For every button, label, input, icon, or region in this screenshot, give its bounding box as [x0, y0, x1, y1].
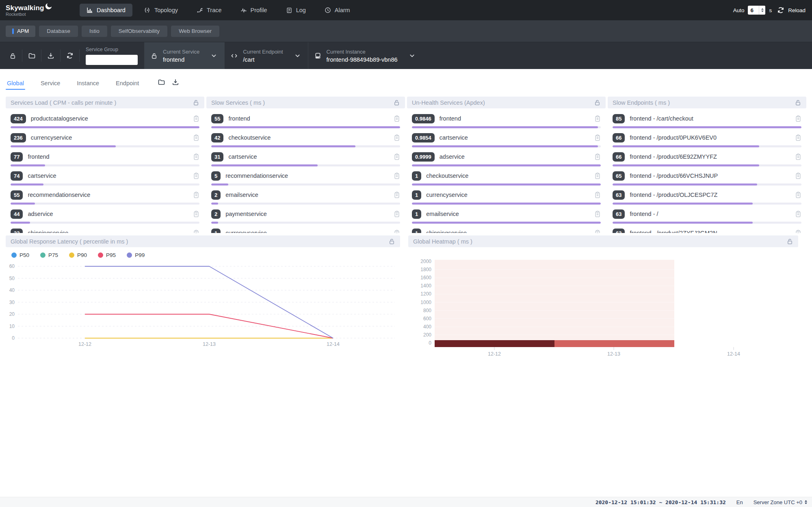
lock-icon[interactable] — [193, 99, 199, 106]
group-tab-web-browser[interactable]: Web Browser — [171, 26, 219, 37]
lock-icon[interactable] — [795, 99, 801, 106]
group-tab-selfobservability[interactable]: SelfObservability — [111, 26, 167, 37]
clipboard-icon[interactable] — [594, 172, 601, 179]
service-group-input[interactable] — [86, 55, 138, 65]
clipboard-icon[interactable] — [594, 115, 601, 122]
lock-icon[interactable] — [786, 238, 793, 245]
group-tab-apm[interactable]: APM — [6, 26, 35, 37]
clipboard-icon[interactable] — [193, 134, 199, 141]
tab-global[interactable]: Global — [6, 73, 25, 91]
service-name[interactable]: adservice — [28, 211, 53, 217]
clipboard-icon[interactable] — [394, 134, 400, 141]
service-name[interactable]: emailservice — [225, 192, 258, 198]
selector-current-endpoint[interactable]: Current Endpoint/cart — [224, 42, 307, 69]
clipboard-icon[interactable] — [795, 153, 801, 160]
clipboard-icon[interactable] — [394, 210, 400, 218]
auto-interval-input[interactable]: 6 — [748, 6, 765, 15]
service-name[interactable]: shippingservice — [28, 230, 68, 233]
legend-item-p99[interactable]: P99 — [127, 252, 145, 258]
clipboard-icon[interactable] — [394, 229, 400, 233]
language-selector[interactable]: En — [736, 499, 743, 505]
time-range-picker[interactable]: 2020-12-12 15:01:32 ~ 2020-12-14 15:31:3… — [595, 499, 726, 505]
clipboard-icon[interactable] — [594, 210, 601, 218]
skywalking-logo[interactable]: Skywalking Rocketbot — [6, 4, 65, 17]
toolbar-lock-icon[interactable] — [3, 50, 22, 62]
service-name[interactable]: currencyservice — [225, 230, 267, 233]
clipboard-icon[interactable] — [193, 153, 199, 160]
service-name[interactable]: cartservice — [440, 134, 468, 141]
reload-icon[interactable] — [777, 6, 784, 14]
lock-icon[interactable] — [388, 238, 395, 245]
clipboard-icon[interactable] — [193, 172, 199, 179]
service-name[interactable]: recommendationservice — [28, 192, 90, 198]
auto-interval-stepper[interactable] — [759, 6, 765, 15]
nav-item-alarm[interactable]: Alarm — [318, 4, 357, 17]
download-icon[interactable] — [172, 78, 179, 86]
clipboard-icon[interactable] — [394, 115, 400, 122]
service-name[interactable]: shippingservice — [426, 230, 467, 233]
service-name[interactable]: frontend - / — [630, 211, 658, 217]
service-name[interactable]: frontend — [28, 153, 49, 160]
clipboard-icon[interactable] — [795, 191, 801, 198]
legend-item-p90[interactable]: P90 — [69, 252, 87, 258]
clipboard-icon[interactable] — [394, 153, 400, 160]
clipboard-icon[interactable] — [795, 229, 801, 233]
clipboard-icon[interactable] — [795, 210, 801, 218]
service-name[interactable]: frontend — [440, 115, 461, 122]
legend-item-p75[interactable]: P75 — [40, 252, 58, 258]
service-name[interactable]: cartservice — [28, 173, 56, 179]
nav-item-profile[interactable]: Profile — [234, 4, 274, 17]
service-name[interactable]: emailservice — [426, 211, 459, 217]
service-name[interactable]: checkoutservice — [426, 173, 468, 179]
service-name[interactable]: recommendationservice — [225, 173, 288, 179]
service-name[interactable]: frontend - /product/6E92ZMYYFZ — [630, 153, 717, 160]
clipboard-icon[interactable] — [394, 191, 400, 198]
service-name[interactable]: frontend — [228, 115, 250, 122]
nav-item-log[interactable]: Log — [279, 4, 313, 17]
service-name[interactable]: frontend - /product/2ZYFJ3GM2N — [630, 230, 717, 233]
nav-item-dashboard[interactable]: Dashboard — [80, 4, 132, 17]
service-name[interactable]: productcatalogservice — [31, 115, 88, 122]
service-name[interactable]: checkoutservice — [228, 134, 271, 141]
clipboard-icon[interactable] — [193, 191, 199, 198]
service-name[interactable]: currencyservice — [31, 134, 72, 141]
clipboard-icon[interactable] — [795, 134, 801, 141]
service-name[interactable]: cartservice — [228, 153, 257, 160]
service-name[interactable]: frontend - /product/OLJCESPC7Z — [630, 192, 717, 198]
nav-item-trace[interactable]: Trace — [190, 4, 229, 17]
legend-item-p95[interactable]: P95 — [98, 252, 116, 258]
service-name[interactable]: frontend - /product/66VCHSJNUP — [630, 173, 718, 179]
clipboard-icon[interactable] — [193, 115, 199, 122]
toolbar-refresh-icon[interactable] — [61, 50, 80, 62]
clipboard-icon[interactable] — [594, 229, 601, 233]
clipboard-icon[interactable] — [594, 191, 601, 198]
reload-button[interactable]: Reload — [788, 7, 806, 13]
service-name[interactable]: paymentservice — [225, 211, 267, 217]
clipboard-icon[interactable] — [594, 134, 601, 141]
service-name[interactable]: frontend - /cart/checkout — [630, 115, 693, 122]
service-name[interactable]: frontend - /product/0PUK6V6EV0 — [630, 134, 717, 141]
clipboard-icon[interactable] — [795, 172, 801, 179]
group-tab-istio[interactable]: Istio — [82, 26, 107, 37]
tab-instance[interactable]: Instance — [76, 73, 100, 91]
tab-service[interactable]: Service — [39, 73, 61, 91]
clipboard-icon[interactable] — [193, 210, 199, 218]
server-zone-stepper[interactable] — [805, 500, 807, 504]
toolbar-download-icon[interactable] — [41, 50, 61, 62]
clipboard-icon[interactable] — [193, 229, 199, 233]
selector-current-service[interactable]: Current Servicefrontend — [144, 42, 224, 69]
legend-item-p50[interactable]: P50 — [11, 252, 29, 258]
clipboard-icon[interactable] — [394, 172, 400, 179]
service-name[interactable]: currencyservice — [426, 192, 468, 198]
clipboard-icon[interactable] — [594, 153, 601, 160]
lock-icon[interactable] — [393, 99, 400, 106]
tab-endpoint[interactable]: Endpoint — [115, 73, 140, 91]
service-name[interactable]: adservice — [440, 153, 465, 160]
nav-item-topology[interactable]: Topology — [137, 4, 185, 17]
group-tab-database[interactable]: Database — [39, 26, 78, 37]
lock-icon[interactable] — [594, 99, 601, 106]
folder-icon[interactable] — [158, 78, 165, 86]
clipboard-icon[interactable] — [795, 115, 801, 122]
toolbar-folder-icon[interactable] — [22, 50, 41, 62]
selector-current-instance[interactable]: Current Instancefrontend-988494b89-vbn86 — [308, 42, 422, 69]
